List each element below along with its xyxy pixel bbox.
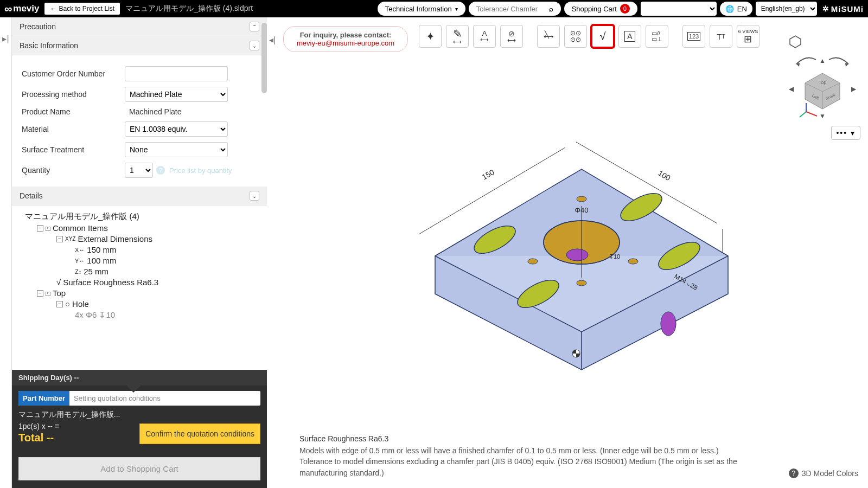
collapse-icon[interactable]: − [56, 236, 63, 242]
confirm-quotation-button[interactable]: Confirm the quotation conditions [139, 423, 260, 444]
gear-icon: ✲ [822, 4, 829, 13]
locale-select[interactable]: English(en_gb) [756, 2, 817, 16]
material-select[interactable]: EN 1.0038 equiv. [125, 121, 228, 137]
tree-root[interactable]: マニュアル用モデル_操作版 (4) [25, 211, 261, 222]
nav-right-icon[interactable]: ▶ [851, 85, 857, 93]
price-list-link[interactable]: Price list by quantity [169, 166, 232, 175]
more-options-button[interactable]: ••• ▾ [831, 126, 860, 140]
delete-dimension-tool[interactable]: ⊘⟷ [500, 25, 523, 48]
measure-tool[interactable]: 123 [682, 25, 705, 48]
language-button[interactable]: 🌐EN [720, 2, 752, 16]
svg-point-10 [566, 249, 588, 261]
meviy-logo: ∞meviy [4, 3, 39, 15]
app-header: ∞meviy ←Back to Project List マニュアル用モデル_操… [0, 0, 868, 17]
svg-line-4 [806, 112, 817, 116]
right-panel-collapse[interactable]: ◂| [267, 33, 278, 47]
rotate-right-icon[interactable] [829, 57, 848, 67]
tree-surface-roughness[interactable]: √Surface Roughness Ra6.3 [56, 278, 261, 287]
material-label: Material [22, 125, 125, 133]
shipping-days-bar: Shipping Day(s) -- [12, 370, 267, 386]
hide-dimension-tool[interactable]: ⟷╲ [537, 25, 560, 48]
search-pill[interactable]: ⌕ [469, 2, 561, 16]
chevron-down-icon: ▾ [455, 6, 458, 12]
section-details[interactable]: Details ⌄ [12, 187, 267, 206]
logo-icon: ∞ [4, 3, 12, 15]
filename-label: マニュアル用モデル_操作版 (4).sldprt [125, 4, 253, 14]
product-name-value: Machined Plate [125, 107, 182, 116]
quote-part-name: マニュアル用モデル_操作版... [18, 410, 260, 420]
tree-dim-z[interactable]: Z↕25 mm [75, 267, 261, 276]
nav-up-icon[interactable]: ▲ [819, 57, 826, 65]
svg-point-18 [628, 259, 638, 264]
views-tool[interactable]: 6 VIEWS⊞ [737, 25, 760, 48]
part-number-hint: Setting quotation conditions [69, 391, 165, 406]
part-number-row: Part Number Setting quotation conditions [18, 391, 260, 406]
hole-pattern-tool[interactable]: ⊙⊙⊙⊙ [564, 25, 587, 48]
tree-external-dimensions[interactable]: −XYZExternal Dimensions [56, 234, 261, 243]
left-panel: Precaution ⌃ Basic Information ⌄ Custome… [12, 17, 267, 488]
surface-treatment-select[interactable]: None [125, 142, 228, 157]
notch-icon [126, 385, 141, 393]
processing-method-select[interactable]: Machined Plate [125, 87, 228, 102]
order-number-label: Customer Order Number [22, 69, 125, 78]
view-cube[interactable]: ▲ ◀ ▶ ▼ Top Left Front [784, 31, 860, 124]
surface-roughness-tool[interactable]: √ [591, 25, 614, 48]
cube-outline-icon[interactable] [790, 36, 801, 48]
collapse-icon[interactable]: − [56, 301, 63, 307]
order-number-input[interactable] [125, 66, 228, 81]
tree-hole-detail[interactable]: 4x Φ6 ↧10 [75, 310, 261, 320]
circle-icon: ○ [65, 299, 70, 309]
text-size-tool[interactable]: TT [710, 25, 732, 48]
section-precaution[interactable]: Precaution ⌃ [12, 17, 267, 36]
model-3d[interactable]: 150 100 Φ40 [386, 115, 755, 375]
datum-tool[interactable]: A [618, 25, 641, 48]
left-panel-collapse[interactable]: ▸| [0, 17, 12, 488]
tree-top[interactable]: −⏍Top [37, 288, 261, 298]
processing-method-label: Processing method [22, 90, 125, 99]
help-icon[interactable]: ? [156, 166, 165, 175]
search-icon: ⌕ [549, 5, 553, 13]
model-colors-link[interactable]: ? 3D Model Colors [789, 468, 858, 478]
footnote-title: Surface Roughness Ra6.3 [299, 433, 781, 444]
model-tree: マニュアル用モデル_操作版 (4) −⏍Common Items −XYZExt… [12, 206, 267, 370]
help-icon: ? [789, 468, 799, 478]
y-axis-icon: Y↔ [75, 258, 85, 264]
nav-left-icon[interactable]: ◀ [789, 85, 794, 93]
svg-point-17 [528, 259, 538, 264]
svg-text:Top: Top [819, 80, 827, 85]
part-number-tag: Part Number [18, 391, 69, 406]
quantity-label: Quantity [22, 166, 125, 175]
account-select[interactable] [641, 2, 717, 16]
tree-dim-y[interactable]: Y↔100 mm [75, 256, 261, 265]
text-dimension-tool[interactable]: A⟷ [473, 25, 496, 48]
xyz-icon: XYZ [65, 236, 75, 242]
tree-common-items[interactable]: −⏍Common Items [37, 223, 261, 233]
scrollbar[interactable] [261, 23, 267, 93]
basic-info-form: Customer Order Number Processing method … [12, 55, 267, 187]
collapse-icon[interactable]: − [37, 290, 43, 297]
origin-tool[interactable]: ✦ [419, 25, 442, 48]
tree-dim-x[interactable]: X↔150 mm [75, 245, 261, 254]
svg-point-20 [577, 280, 586, 286]
rotate-left-icon[interactable] [796, 57, 816, 67]
collapse-icon[interactable]: − [37, 225, 43, 232]
add-to-cart-button[interactable]: Add to Shopping Cart [18, 457, 260, 480]
geometric-tolerance-tool[interactable]: ▭//▭⊥ [646, 25, 668, 48]
svg-point-21 [661, 312, 676, 336]
dimension-tool[interactable]: ✎⟷ [446, 25, 469, 48]
inquiry-email-link[interactable]: meviy-eu@misumi-europe.com [297, 39, 394, 47]
shopping-cart-button[interactable]: Shopping Cart0 [564, 2, 637, 16]
section-basic-info[interactable]: Basic Information ⌄ [12, 36, 267, 55]
viewer-footnote: Surface Roughness Ra6.3 Models with edge… [299, 433, 781, 478]
nav-down-icon[interactable]: ▼ [819, 112, 826, 120]
technical-info-dropdown[interactable]: Technical Information▾ [378, 2, 465, 16]
quote-panel: Shipping Day(s) -- Part Number Setting q… [12, 370, 267, 488]
misumi-logo: ✲MiSUMi [822, 4, 864, 14]
tree-hole[interactable]: −○Hole [56, 299, 261, 309]
quantity-select[interactable]: 1 [125, 163, 153, 178]
viewport[interactable]: ◂| For inquiry, please contact: meviy-eu… [267, 17, 868, 488]
search-input[interactable] [476, 5, 541, 13]
footnote-line2: Tolerance to model dimensions excluding … [299, 456, 781, 478]
back-to-projects-button[interactable]: ←Back to Project List [44, 3, 120, 15]
product-name-label: Product Name [22, 107, 125, 116]
